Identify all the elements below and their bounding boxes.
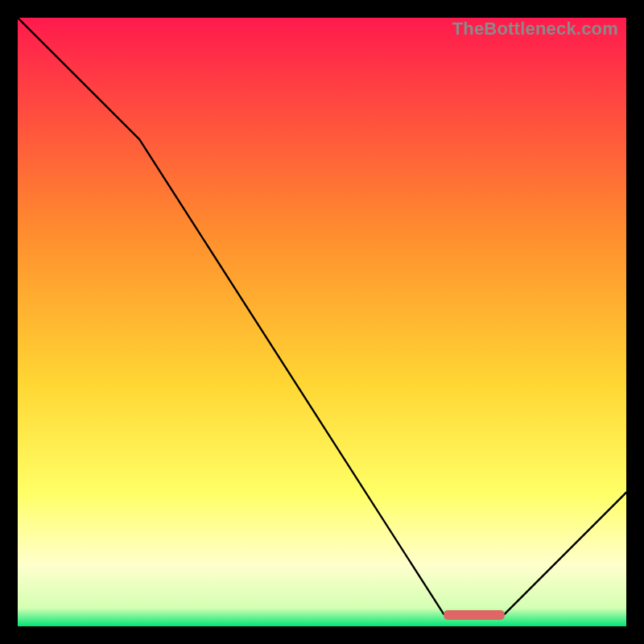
watermark-text: TheBottleneck.com [452,19,618,39]
plot-area: TheBottleneck.com [18,18,626,626]
svg-rect-1 [444,610,505,620]
bottleneck-curve [18,18,626,626]
chart-frame: TheBottleneck.com [18,18,626,626]
